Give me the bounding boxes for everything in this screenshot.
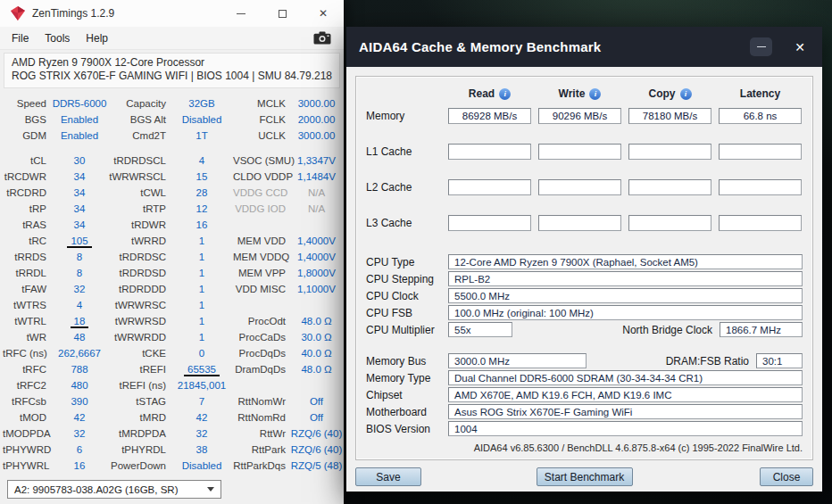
menu-help[interactable]: Help (78, 29, 116, 48)
timing-value-text: N/A (308, 187, 325, 198)
timing-label: tMRDPDA (108, 426, 171, 442)
timing-value: 48 (51, 329, 108, 345)
system-info-panel: AMD Ryzen 9 7900X 12-Core Processor ROG … (4, 53, 340, 88)
save-button[interactable]: Save (355, 467, 421, 486)
menu-tools[interactable]: Tools (37, 29, 78, 48)
timing-value-text: 1 (199, 284, 204, 294)
meminfo-value: 3000.00 (290, 95, 343, 112)
bench-row-label: L2 Cache (366, 181, 441, 194)
timing-value-text: 1,4000V (297, 235, 336, 246)
info-row: CPU SteppingRPL-B2 (366, 271, 803, 286)
timing-value (290, 297, 343, 313)
timing-label: RttPark (233, 442, 290, 458)
benchmark-column-headers: ReadiWriteiCopyiLatency (448, 87, 803, 101)
info-row: ChipsetAMD X670E, AMD K19.6 FCH, AMD K19… (366, 387, 803, 402)
bench-result-box (719, 215, 802, 231)
bench-result-box (628, 179, 711, 195)
meminfo-value: 32GB (171, 95, 233, 112)
timing-value-text: 7 (199, 396, 204, 407)
timing-label: VSOC (SMU) (233, 153, 290, 169)
system-info-rows: CPU Type12-Core AMD Ryzen 9 7900X (Rapha… (366, 254, 803, 436)
timing-value-text: 65535 (184, 364, 220, 376)
timing-label: tRP (3, 201, 51, 217)
timing-label: tMODPDA (3, 426, 51, 442)
timing-value-text: Off (310, 396, 323, 407)
info-value-box: AMD X670E, AMD K19.6 FCH, AMD K19.6 IMC (448, 387, 803, 402)
close-button[interactable]: ✕ (315, 5, 331, 21)
timing-value-text: 32 (74, 428, 86, 439)
meminfo-value-text: 3000.00 (298, 98, 336, 109)
meminfo-value-text: 3000.00 (298, 130, 336, 141)
timing-value-text: 12 (196, 203, 208, 214)
bench-result-box (628, 215, 711, 231)
timing-value: 1,1000V (290, 281, 343, 297)
info-icon[interactable]: i (589, 88, 601, 100)
timing-value: 42 (171, 409, 233, 426)
maximize-button[interactable] (274, 5, 290, 21)
info-row: MotherboardAsus ROG Strix X670E-F Gaming… (366, 404, 803, 419)
bench-result-box: 66.8 ns (719, 108, 802, 124)
zentimings-titlebar[interactable]: ZenTimings 1.2.9 ✕ (0, 0, 344, 27)
bench-result-box (628, 144, 711, 160)
info-icon[interactable]: i (680, 88, 692, 100)
bench-row: L2 Cache (366, 179, 803, 195)
info-value-box: 1004 (448, 421, 803, 436)
start-benchmark-button[interactable]: Start Benchmark (537, 467, 633, 486)
info-value-box: 5500.0 MHz (448, 288, 803, 303)
screenshot-button[interactable] (313, 31, 331, 45)
minimize-icon (237, 13, 245, 14)
menu-file[interactable]: File (4, 29, 37, 48)
info-row: CPU Multiplier55xNorth Bridge Clock1866.… (366, 322, 803, 337)
timing-value: 8 (51, 249, 108, 265)
dimm-selector[interactable]: A2: 9905783-038.A02G (16GB, SR) (7, 480, 221, 499)
bench-result-box (538, 144, 621, 160)
info-row: Memory Bus3000.0 MHzDRAM:FSB Ratio30:1 (366, 353, 803, 368)
timing-value-text: 1,1484V (297, 171, 336, 182)
timing-label: VDD MISC (233, 281, 290, 297)
timing-value: 30.0 Ω (290, 329, 343, 345)
meminfo-label: UCLK (233, 128, 290, 144)
timing-value-text: 1,3347V (297, 155, 336, 166)
timing-label: tMRD (108, 409, 171, 426)
timing-value-text: 30.0 Ω (301, 332, 331, 343)
timing-value: 7 (171, 393, 233, 409)
timing-value-text: 34 (74, 203, 86, 214)
timing-label: tWRRD (108, 233, 171, 249)
timing-value: 48.0 Ω (290, 361, 343, 377)
info-icon[interactable]: i (499, 88, 511, 100)
info-row: BIOS Version1004 (366, 421, 803, 436)
dimm-selector-value: A2: 9905783-038.A02G (16GB, SR) (14, 484, 178, 495)
meminfo-value: 2000.00 (290, 112, 343, 128)
timing-value: 32 (51, 426, 108, 442)
timing-value-text: 8 (77, 268, 82, 278)
minimize-button[interactable] (233, 5, 249, 21)
window-title: AIDA64 Cache & Memory Benchmark (359, 39, 601, 54)
timing-value-text: 390 (71, 396, 87, 407)
info-label: North Bridge Clock (622, 324, 712, 336)
meminfo-value-text: 32GB (188, 98, 214, 109)
timing-label: tPHYWRL (3, 458, 51, 474)
timing-value: 262,6667 (51, 345, 108, 361)
meminfo-value: Disabled (171, 112, 233, 128)
timing-label: tWR (3, 329, 51, 345)
timing-value-text: 42 (74, 412, 86, 423)
zentimings-logo-icon (11, 6, 25, 21)
bench-row: Memory86928 MB/s90296 MB/s78180 MB/s66.8… (366, 108, 803, 124)
minimize-button[interactable] (750, 37, 772, 56)
timing-value-text: 34 (74, 219, 86, 230)
timing-value-text: 32 (74, 284, 86, 294)
close-dialog-button[interactable]: Close (760, 467, 813, 486)
info-label: CPU FSB (366, 307, 441, 319)
info-label: Motherboard (366, 406, 441, 418)
meminfo-value: DDR5-6000 (51, 95, 108, 112)
timing-value-text: RZQ/6 (40) (291, 444, 343, 455)
aida64-titlebar[interactable]: AIDA64 Cache & Memory Benchmark ✕ (346, 27, 822, 67)
info-label: Memory Type (366, 372, 441, 384)
timing-value: 12 (171, 201, 233, 217)
close-button[interactable]: ✕ (790, 37, 810, 56)
info-label: Chipset (366, 389, 441, 401)
timing-value-text: 0 (199, 348, 204, 359)
meminfo-label: Cmd2T (108, 128, 171, 144)
timing-value: 8 (51, 265, 108, 281)
timing-label: RttNomWr (233, 393, 290, 409)
